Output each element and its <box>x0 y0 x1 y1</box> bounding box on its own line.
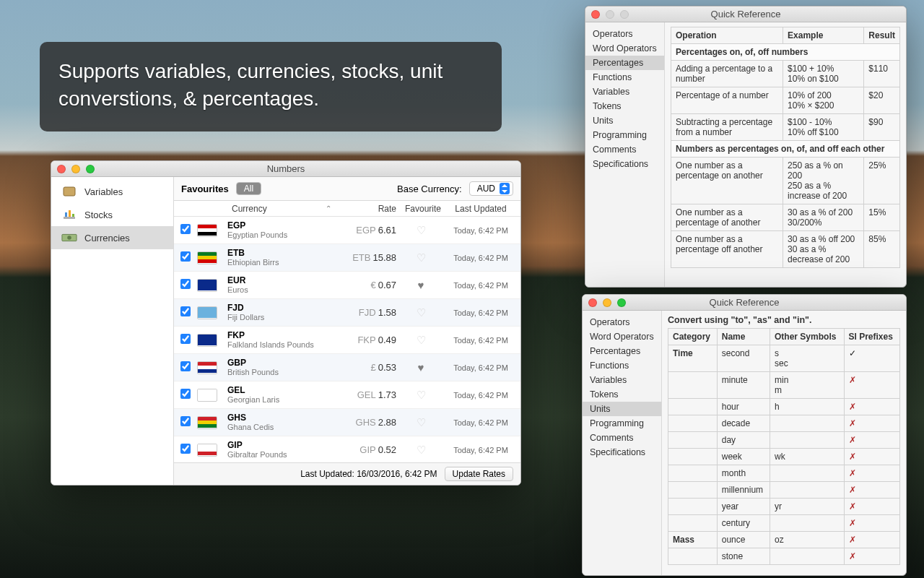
quickref-nav-operators[interactable]: Operators <box>583 315 661 329</box>
flag-cell <box>197 306 227 319</box>
base-currency-value: AUD <box>477 184 495 194</box>
zoom-icon[interactable] <box>620 10 629 19</box>
svg-rect-2 <box>65 212 67 217</box>
column-currency[interactable]: Currency ⌃ <box>227 204 339 214</box>
minimize-icon[interactable] <box>603 298 611 307</box>
row-checkbox[interactable] <box>180 416 191 428</box>
currency-name: FKPFalkland Islands Pounds <box>227 331 339 349</box>
flag-cell <box>197 361 227 374</box>
quickref-nav-word-operators[interactable]: Word Operators <box>583 329 661 344</box>
quickref-nav-comments[interactable]: Comments <box>585 142 664 157</box>
currency-row[interactable]: EGPEgyptian PoundsEGP6.61♡Today, 6:42 PM <box>174 217 520 244</box>
row-checkbox[interactable] <box>180 279 191 291</box>
quickref-nav-tokens[interactable]: Tokens <box>583 387 661 402</box>
quickref-nav-tokens[interactable]: Tokens <box>585 99 664 113</box>
row-last-updated: Today, 6:42 PM <box>441 336 520 345</box>
quickref-nav-specifications[interactable]: Specifications <box>583 445 661 460</box>
sidebar-item-currencies[interactable]: Currencies <box>51 226 173 249</box>
base-currency-select[interactable]: AUD <box>469 181 513 196</box>
quickref-nav-units[interactable]: Units <box>585 113 664 128</box>
currency-row[interactable]: GHSGhana CedisGHS2.88♡Today, 6:42 PM <box>174 409 520 436</box>
currency-row[interactable]: FKPFalkland Islands PoundsFKP0.49♡Today,… <box>174 327 520 354</box>
currency-row[interactable]: EUREuros€0.67♥Today, 6:42 PM <box>174 272 520 299</box>
quickref-nav-units[interactable]: Units <box>583 402 661 416</box>
flag-icon <box>197 389 217 402</box>
minimize-icon[interactable] <box>71 165 80 173</box>
row-checkbox[interactable] <box>180 334 191 346</box>
zoom-icon[interactable] <box>617 298 626 307</box>
favourites-filter-segment[interactable]: All <box>236 182 261 195</box>
quickref-nav-programming[interactable]: Programming <box>583 416 661 431</box>
table-header: Other Symbols <box>770 329 844 345</box>
row-checkbox[interactable] <box>180 306 191 319</box>
quickref-nav-percentages[interactable]: Percentages <box>583 344 661 358</box>
currencies-toolbar: Favourites All Base Currency: AUD <box>174 177 520 201</box>
currency-row[interactable]: GBPBritish Pounds£0.53♥Today, 6:42 PM <box>174 354 520 381</box>
zoom-icon[interactable] <box>86 165 95 173</box>
row-checkbox[interactable] <box>180 444 191 456</box>
close-icon[interactable] <box>591 10 600 19</box>
flag-cell <box>197 224 227 237</box>
table-row: millennium✗ <box>668 482 900 499</box>
table-row: stone✗ <box>668 548 900 565</box>
titlebar[interactable]: Quick Reference <box>585 7 906 22</box>
quickref-nav-operators[interactable]: Operators <box>585 27 664 41</box>
currency-row[interactable]: FJDFiji DollarsFJD1.58♡Today, 6:42 PM <box>174 299 520 327</box>
favourite-toggle[interactable]: ♥ <box>401 279 441 291</box>
flag-cell <box>197 251 227 264</box>
quickref-nav-comments[interactable]: Comments <box>583 431 661 445</box>
quickref-nav-variables[interactable]: Variables <box>583 373 661 387</box>
quick-reference-percentages-window: Quick Reference OperatorsWord OperatorsP… <box>585 6 907 288</box>
cash-icon <box>61 230 77 245</box>
row-checkbox[interactable] <box>180 224 191 236</box>
row-checkbox[interactable] <box>180 251 191 264</box>
table-header: Category <box>668 329 718 345</box>
currency-row[interactable]: GIPGibraltar PoundsGIP0.52♡Today, 6:42 P… <box>174 436 520 462</box>
favourite-toggle[interactable]: ♡ <box>401 306 441 319</box>
sidebar-item-variables[interactable]: Variables <box>51 180 173 203</box>
segment-all[interactable]: All <box>237 183 261 194</box>
column-rate[interactable]: Rate <box>339 204 401 214</box>
favourite-toggle[interactable]: ♡ <box>401 224 441 237</box>
svg-point-6 <box>67 236 71 240</box>
quickref-nav-word-operators[interactable]: Word Operators <box>585 41 664 56</box>
favourite-toggle[interactable]: ♡ <box>401 444 441 457</box>
table-row: weekwk✗ <box>668 449 900 465</box>
table-row: One number as a percentage off another30… <box>671 231 900 268</box>
table-row: month✗ <box>668 465 900 482</box>
titlebar[interactable]: Quick Reference <box>583 295 906 311</box>
currencies-footer: Last Updated: 16/03/2016, 6:42 PM Update… <box>174 462 520 485</box>
column-favourite[interactable]: Favourite <box>401 204 441 214</box>
currency-row[interactable]: ETBEthiopian BirrsETB15.88♡Today, 6:42 P… <box>174 244 520 272</box>
favourite-toggle[interactable]: ♥ <box>401 361 441 374</box>
currency-name: GHSGhana Cedis <box>227 413 339 431</box>
sidebar-item-stocks[interactable]: Stocks <box>51 203 173 226</box>
quickref-nav-percentages[interactable]: Percentages <box>585 56 664 70</box>
quickref-nav-functions[interactable]: Functions <box>585 70 664 85</box>
titlebar[interactable]: Numbers <box>51 161 520 177</box>
quickref-nav-specifications[interactable]: Specifications <box>585 157 664 171</box>
favourite-toggle[interactable]: ♡ <box>401 334 441 347</box>
favourite-toggle[interactable]: ♡ <box>401 416 441 429</box>
update-rates-button[interactable]: Update Rates <box>445 467 513 481</box>
minimize-icon[interactable] <box>606 10 614 19</box>
close-icon[interactable] <box>57 165 66 173</box>
table-row: Massounceoz✗ <box>668 532 900 548</box>
quickref-nav-programming[interactable]: Programming <box>585 128 664 142</box>
currency-rate: GHS2.88 <box>339 417 401 428</box>
currency-rate: ETB15.88 <box>339 252 401 263</box>
close-icon[interactable] <box>588 298 597 307</box>
quickref-nav-functions[interactable]: Functions <box>583 358 661 373</box>
flag-cell <box>197 389 227 402</box>
favourite-toggle[interactable]: ♡ <box>401 389 441 402</box>
row-last-updated: Today, 6:42 PM <box>441 281 520 290</box>
column-last-updated[interactable]: Last Updated <box>441 204 520 214</box>
favourite-toggle[interactable]: ♡ <box>401 251 441 264</box>
row-last-updated: Today, 6:42 PM <box>441 226 520 235</box>
quickref-nav-variables[interactable]: Variables <box>585 85 664 99</box>
row-checkbox[interactable] <box>180 389 191 401</box>
row-checkbox[interactable] <box>180 361 191 374</box>
quickref-sidebar: OperatorsWord OperatorsPercentagesFuncti… <box>585 22 665 287</box>
svg-rect-1 <box>64 217 75 219</box>
currency-row[interactable]: GELGeorgian LarisGEL1.73♡Today, 6:42 PM <box>174 381 520 409</box>
